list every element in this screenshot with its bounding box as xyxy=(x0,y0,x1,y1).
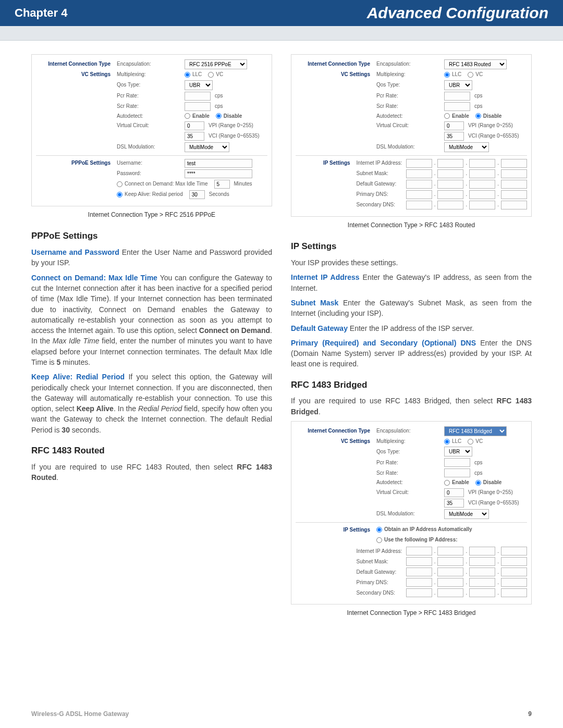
username-input[interactable] xyxy=(185,159,252,168)
bgw2[interactable] xyxy=(437,567,463,576)
bsn3[interactable] xyxy=(469,557,495,566)
sn3[interactable] xyxy=(469,169,495,178)
label-ict: Internet Connection Type xyxy=(36,60,117,68)
bpd3[interactable] xyxy=(469,578,495,587)
qos-select[interactable]: UBR xyxy=(185,80,213,90)
scr-b[interactable] xyxy=(444,468,470,477)
bpd4[interactable] xyxy=(501,578,527,587)
bsd3[interactable] xyxy=(469,588,495,597)
sn4[interactable] xyxy=(501,169,527,178)
vc-r[interactable] xyxy=(468,72,473,78)
seconds-unit: Seconds xyxy=(209,191,229,199)
dsl-select[interactable]: MultiMode xyxy=(185,142,229,152)
cod-radio[interactable] xyxy=(117,181,123,187)
auto-ip-radio[interactable] xyxy=(376,527,382,533)
gw1[interactable] xyxy=(406,180,432,189)
label-vc2-r: Virtual Circuit: xyxy=(376,122,444,130)
vc-b[interactable] xyxy=(468,439,473,445)
sd1[interactable] xyxy=(406,201,432,209)
cod-label: Connect on Demand: Max Idle Time xyxy=(125,180,208,188)
dis-text-b: Disable xyxy=(483,479,502,487)
auto-disable[interactable] xyxy=(216,113,222,119)
bsd2[interactable] xyxy=(437,588,463,597)
auto-enable[interactable] xyxy=(185,113,190,119)
bgw4[interactable] xyxy=(501,567,527,576)
encap-b[interactable]: RFC 1483 Bridged xyxy=(444,426,507,436)
pd2[interactable] xyxy=(437,190,463,199)
cps-r1: cps xyxy=(474,92,483,100)
pcr-r[interactable] xyxy=(444,92,470,101)
bgw3[interactable] xyxy=(469,567,495,576)
bgw1[interactable] xyxy=(406,567,432,576)
sn1[interactable] xyxy=(406,169,432,178)
biip1[interactable] xyxy=(406,547,432,556)
pcr-b[interactable] xyxy=(444,458,470,467)
dsl-b[interactable]: MultiMode xyxy=(444,509,489,519)
iip4[interactable] xyxy=(501,159,527,168)
label-ict-b: Internet Connection Type xyxy=(296,427,376,435)
iip1[interactable] xyxy=(406,159,432,168)
bpd2[interactable] xyxy=(437,578,463,587)
pcr-input[interactable] xyxy=(185,92,211,101)
gw4[interactable] xyxy=(501,180,527,189)
radio-vc[interactable] xyxy=(208,72,214,78)
dsl-r[interactable]: MultiMode xyxy=(444,142,489,152)
password-input[interactable] xyxy=(185,169,252,178)
label-pppoe-settings: PPPoE Settings xyxy=(36,159,117,167)
fig1-caption: Internet Connection Type > RFC 2516 PPPo… xyxy=(31,211,272,219)
scr-input[interactable] xyxy=(185,102,211,111)
qos-b[interactable]: UBR xyxy=(444,447,472,456)
sd2[interactable] xyxy=(437,201,463,209)
scr-r[interactable] xyxy=(444,102,470,111)
label-scr-b: Scr Rate: xyxy=(376,470,444,477)
cod-input[interactable] xyxy=(214,180,230,189)
dis-b[interactable] xyxy=(475,480,481,486)
gw3[interactable] xyxy=(469,180,495,189)
label-scr: Scr Rate: xyxy=(117,103,185,110)
vpi-r[interactable] xyxy=(444,121,464,130)
bsd4[interactable] xyxy=(501,588,527,597)
radio-llc[interactable] xyxy=(185,72,190,78)
iip2[interactable] xyxy=(437,159,463,168)
vpi-range: VPI (Range 0~255) xyxy=(209,122,253,130)
enable-text: Enable xyxy=(192,113,210,120)
bsn2[interactable] xyxy=(437,557,463,566)
biip2[interactable] xyxy=(437,547,463,556)
vci-r[interactable] xyxy=(444,132,464,141)
en-r[interactable] xyxy=(444,113,450,119)
bsd1[interactable] xyxy=(406,588,432,597)
gw2[interactable] xyxy=(437,180,463,189)
biip4[interactable] xyxy=(501,547,527,556)
label-auto-b: Autodetect: xyxy=(376,479,444,487)
biip3[interactable] xyxy=(469,547,495,556)
pd1[interactable] xyxy=(406,190,432,199)
pd4[interactable] xyxy=(501,190,527,199)
pd3[interactable] xyxy=(469,190,495,199)
para-sn: Subnet Mask Enter the Gateway's Subnet M… xyxy=(291,298,532,319)
encapsulation-select[interactable]: RFC 2516 PPPoE xyxy=(185,59,247,69)
iip3[interactable] xyxy=(469,159,495,168)
bpd1[interactable] xyxy=(406,578,432,587)
dis-r[interactable] xyxy=(475,113,481,119)
vpi-b[interactable] xyxy=(444,488,464,497)
en-b[interactable] xyxy=(444,480,450,486)
sd3[interactable] xyxy=(469,201,495,209)
figure-bridged: Internet Connection TypeEncapsulation:RF… xyxy=(291,421,532,605)
llc-r[interactable] xyxy=(444,72,450,78)
sd4[interactable] xyxy=(501,201,527,209)
vci-input[interactable] xyxy=(185,132,204,141)
keep-input[interactable] xyxy=(189,190,205,199)
sn2[interactable] xyxy=(437,169,463,178)
bsn4[interactable] xyxy=(501,557,527,566)
use-ip-radio[interactable] xyxy=(376,537,382,543)
encap-select-r[interactable]: RFC 1483 Routed xyxy=(444,59,507,69)
vci-b[interactable] xyxy=(444,499,464,508)
llc-b[interactable] xyxy=(444,439,450,445)
right-column: Internet Connection TypeEncapsulation:RF… xyxy=(291,54,532,628)
bsn1[interactable] xyxy=(406,557,432,566)
keep-radio[interactable] xyxy=(117,192,123,198)
para-bridged: If you are required to use RFC 1483 Brid… xyxy=(291,396,532,417)
vpi-input[interactable] xyxy=(185,121,204,130)
label-sd-b: Secondary DNS: xyxy=(357,589,406,597)
qos-r[interactable]: UBR xyxy=(444,80,472,90)
